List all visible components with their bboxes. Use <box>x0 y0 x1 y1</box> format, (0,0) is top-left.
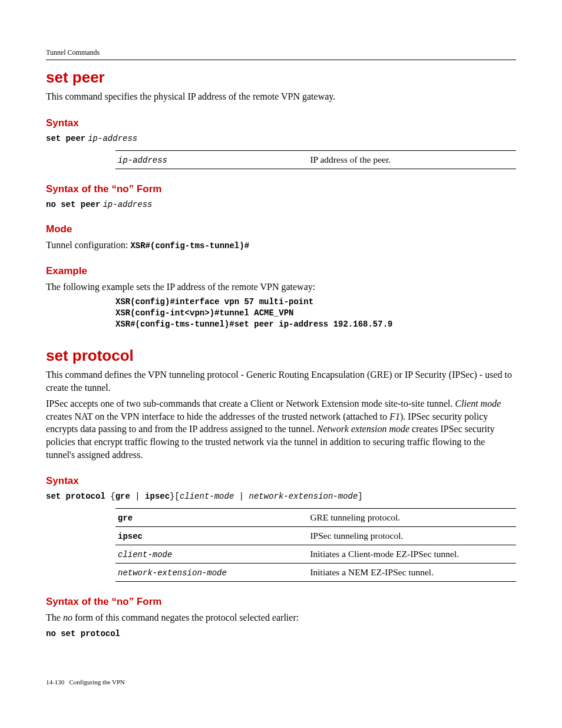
intro-set-protocol-p1: This command defines the VPN tunneling p… <box>46 368 516 394</box>
syntax-part: ipsec <box>145 492 170 501</box>
command-title-set-peer: set peer <box>46 68 516 87</box>
mode-label: Tunnel configuration: <box>46 240 130 250</box>
table-row: client-mode Initiates a Client-mode EZ-I… <box>115 545 516 564</box>
syntax-part: gre <box>115 492 130 501</box>
noform-heading-2: Syntax of the “no” Form <box>46 596 516 608</box>
example-intro: The following example sets the IP addres… <box>46 281 516 294</box>
noform-arg: ip-address <box>103 200 152 209</box>
param-name: ip-address <box>118 156 167 165</box>
mode-line: Tunnel configuration: XSR#(config-tms-tu… <box>46 239 516 252</box>
table-row: gre GRE tunneling protocol. <box>115 509 516 527</box>
noform-heading: Syntax of the “no” Form <box>46 183 516 195</box>
syntax-arg: ip-address <box>88 134 137 143</box>
param-desc: IP address of the peer. <box>308 150 516 169</box>
table-row: ipsec IPSec tunneling protocol. <box>115 527 516 545</box>
syntax-part: client-mode | network-extension-mode <box>180 492 358 501</box>
example-heading: Example <box>46 265 516 277</box>
noform-intro: The no form of this command negates the … <box>46 611 516 624</box>
param-table-set-protocol: gre GRE tunneling protocol. ipsec IPSec … <box>115 508 516 582</box>
param-desc: Initiates a NEM EZ-IPSec tunnel. <box>308 564 516 582</box>
syntax-part: }[ <box>170 492 180 501</box>
syntax-line-2: set protocol {gre | ipsec}[client-mode |… <box>46 490 516 501</box>
syntax-heading: Syntax <box>46 117 516 129</box>
syntax-line: set peer ip-address <box>46 133 516 143</box>
table-row: ip-address IP address of the peer. <box>115 150 516 169</box>
table-row: network-extension-mode Initiates a NEM E… <box>115 564 516 582</box>
param-desc: Initiates a Client-mode EZ-IPSec tunnel. <box>308 545 516 564</box>
header-rule <box>46 60 516 60</box>
syntax-heading-2: Syntax <box>46 475 516 487</box>
example-line: XSR#(config-tms-tunnel)#set peer ip-addr… <box>115 319 516 329</box>
param-name: network-extension-mode <box>118 568 227 578</box>
p2-text: IPSec accepts one of two sub-commands th… <box>46 398 455 409</box>
param-desc: GRE tunneling protocol. <box>308 509 516 527</box>
page-number: 14-130 <box>46 678 64 686</box>
chapter-title: Configuring the VPN <box>69 678 125 686</box>
noform-intro-text: form of this command negates the protoco… <box>72 612 299 622</box>
example-line: XSR(config)#interface vpn 57 multi-point <box>115 297 516 307</box>
command-title-set-protocol: set protocol <box>46 347 516 365</box>
syntax-part: { <box>105 492 115 501</box>
syntax-part: | <box>130 492 145 501</box>
syntax-part: ] <box>358 492 362 501</box>
param-name: client-mode <box>118 550 172 559</box>
noform-intro-text: The <box>46 612 63 622</box>
param-desc: IPSec tunneling protocol. <box>308 527 516 545</box>
p2-italic: Client mode <box>455 398 501 409</box>
running-header: Tunnel Commands <box>46 48 516 57</box>
noform-line-2: no set protocol <box>46 628 516 638</box>
noform-cmd: no set peer <box>46 200 100 209</box>
param-name: ipsec <box>118 532 143 541</box>
syntax-cmd: set peer <box>46 134 85 143</box>
noform-intro-italic: no <box>63 612 72 622</box>
mode-heading: Mode <box>46 223 516 235</box>
example-block: XSR(config)#interface vpn 57 multi-point… <box>115 297 516 329</box>
intro-set-peer: This command specifies the physical IP a… <box>46 90 516 103</box>
intro-set-protocol-p2: IPSec accepts one of two sub-commands th… <box>46 397 516 461</box>
noform-line: no set peer ip-address <box>46 199 516 209</box>
syntax-part: set protocol <box>46 492 105 501</box>
p2-italic: F1 <box>389 411 400 421</box>
page: Tunnel Commands set peer This command sp… <box>0 0 562 728</box>
page-footer: 14-130 Configuring the VPN <box>46 678 125 686</box>
p2-text: creates NAT on the VPN interface to hide… <box>46 411 389 421</box>
param-name: gre <box>118 513 133 523</box>
example-line: XSR(config-int<vpn>)#tunnel ACME_VPN <box>115 308 516 318</box>
p2-italic: Network extension mode <box>317 424 409 434</box>
param-table-set-peer: ip-address IP address of the peer. <box>115 150 516 169</box>
mode-code: XSR#(config-tms-tunnel)# <box>130 241 249 251</box>
noform-cmd: no set protocol <box>46 629 120 638</box>
